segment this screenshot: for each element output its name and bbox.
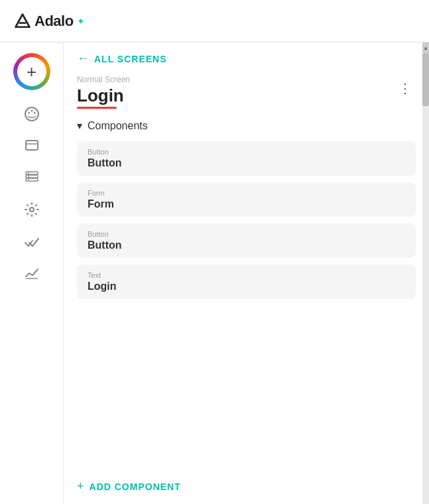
more-button[interactable]: ⋮ bbox=[395, 79, 416, 97]
back-nav[interactable]: ← ALL SCREENS bbox=[64, 42, 429, 72]
logo: Adalo✦ bbox=[13, 12, 85, 31]
svg-rect-4 bbox=[26, 141, 38, 150]
svg-rect-7 bbox=[26, 175, 38, 178]
logo-star: ✦ bbox=[77, 16, 85, 27]
svg-point-12 bbox=[30, 208, 34, 212]
scrollbar-thumb[interactable] bbox=[422, 53, 429, 106]
svg-point-3 bbox=[33, 112, 35, 114]
components-section: ▾ Components Button Button Form Form But… bbox=[64, 109, 429, 469]
screen-title: Login bbox=[77, 86, 130, 109]
screens-icon bbox=[24, 138, 40, 154]
svg-point-1 bbox=[28, 112, 30, 114]
svg-rect-6 bbox=[26, 172, 38, 174]
scrollbar[interactable]: ▲ bbox=[422, 42, 429, 504]
add-plus-icon: + bbox=[27, 63, 36, 80]
components-label: Components bbox=[88, 120, 148, 132]
svg-point-0 bbox=[25, 107, 38, 121]
add-button[interactable]: + bbox=[13, 53, 50, 90]
content-panel: ← ALL SCREENS Normal Screen Login ⋮ ▾ Co… bbox=[64, 42, 429, 504]
svg-point-2 bbox=[31, 110, 32, 112]
chevron-down-icon: ▾ bbox=[77, 119, 82, 132]
sidebar-item-palette[interactable] bbox=[19, 101, 45, 127]
sidebar-item-settings[interactable] bbox=[19, 196, 45, 223]
component-name: Form bbox=[88, 198, 405, 210]
component-name: Button bbox=[88, 239, 405, 251]
screen-header-left: Normal Screen Login bbox=[77, 75, 130, 109]
component-name: Button bbox=[88, 157, 405, 169]
screen-header: Normal Screen Login ⋮ bbox=[64, 72, 429, 109]
palette-icon bbox=[24, 106, 40, 122]
component-item-form[interactable]: Form Form bbox=[77, 182, 416, 217]
components-header[interactable]: ▾ Components bbox=[77, 119, 416, 132]
add-component-label: ADD COMPONENT bbox=[90, 481, 181, 492]
logo-icon bbox=[13, 12, 32, 31]
logo-text: Adalo bbox=[34, 13, 74, 30]
screen-type: Normal Screen bbox=[77, 75, 130, 84]
component-item-button-1[interactable]: Button Button bbox=[77, 141, 416, 176]
sidebar-item-database[interactable] bbox=[19, 164, 45, 191]
sidebar-item-screens[interactable] bbox=[19, 133, 45, 159]
component-type-label: Button bbox=[88, 230, 405, 238]
component-name: Login bbox=[88, 281, 405, 292]
sidebar-item-analytics[interactable] bbox=[19, 260, 45, 286]
add-component-plus-icon: + bbox=[77, 479, 84, 493]
back-label: ALL SCREENS bbox=[94, 54, 167, 64]
check-icon bbox=[24, 233, 40, 249]
component-type-label: Text bbox=[88, 271, 405, 279]
component-item-text-login[interactable]: Text Login bbox=[77, 265, 416, 299]
component-type-label: Form bbox=[88, 189, 405, 197]
component-item-button-2[interactable]: Button Button bbox=[77, 223, 416, 258]
top-bar: Adalo✦ bbox=[0, 0, 429, 42]
settings-icon bbox=[24, 202, 40, 218]
main-layout: + bbox=[0, 42, 429, 504]
add-component-button[interactable]: + ADD COMPONENT bbox=[64, 469, 429, 504]
scrollbar-up-button[interactable]: ▲ bbox=[422, 42, 429, 53]
analytics-icon bbox=[24, 265, 40, 281]
database-icon bbox=[24, 170, 40, 186]
back-arrow-icon: ← bbox=[77, 52, 89, 66]
component-type-label: Button bbox=[88, 148, 405, 156]
svg-rect-8 bbox=[26, 178, 38, 181]
left-sidebar: + bbox=[0, 42, 64, 504]
sidebar-item-check[interactable] bbox=[19, 228, 45, 255]
